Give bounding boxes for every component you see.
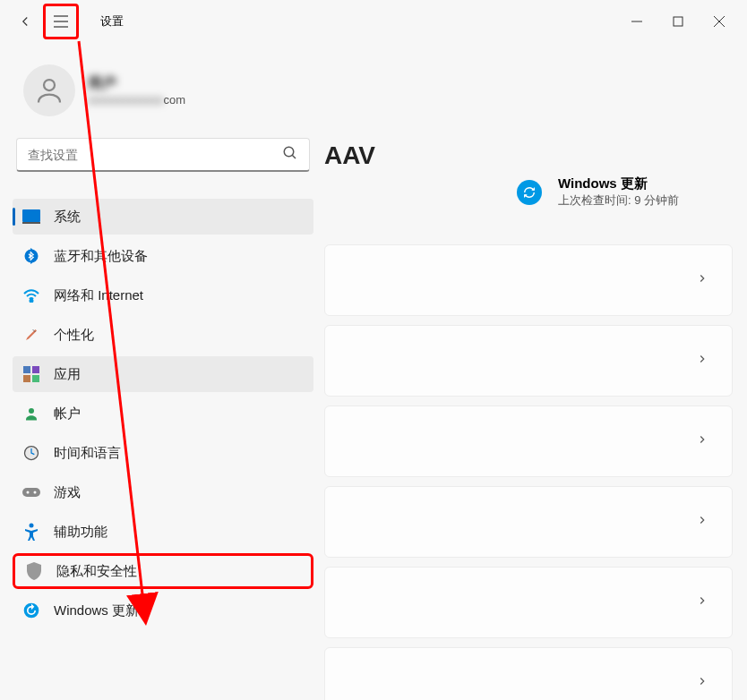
sync-icon <box>517 180 542 205</box>
svg-point-22 <box>34 491 37 494</box>
nav-label: 系统 <box>54 209 81 226</box>
settings-card[interactable] <box>324 486 733 558</box>
chevron-right-icon <box>696 353 708 369</box>
svg-rect-4 <box>674 17 683 26</box>
chevron-right-icon <box>696 594 708 610</box>
update-title: Windows 更新 <box>558 175 679 192</box>
sidebar-item-windows-update[interactable]: Windows 更新 <box>13 593 313 628</box>
sidebar-item-personalization[interactable]: 个性化 <box>13 317 313 353</box>
svg-rect-14 <box>23 366 30 373</box>
gamepad-icon <box>21 482 41 502</box>
svg-rect-16 <box>23 375 30 382</box>
chevron-right-icon <box>696 514 708 530</box>
update-icon <box>21 601 41 620</box>
svg-point-8 <box>284 147 294 157</box>
svg-point-13 <box>30 300 33 303</box>
settings-card[interactable] <box>324 647 733 700</box>
sidebar: 用户 xxxxxxxxxxxxxcom 系统 蓝牙和其他设备 网络和 Inter… <box>0 43 321 700</box>
user-email: xxxxxxxxxxxxxcom <box>88 93 185 107</box>
nav-label: 应用 <box>54 366 81 383</box>
minimize-button[interactable] <box>616 4 657 39</box>
wifi-icon <box>21 286 41 305</box>
nav-label: 隐私和安全性 <box>56 563 137 580</box>
windows-update-summary[interactable]: Windows 更新 上次检查时间: 9 分钟前 <box>324 175 733 209</box>
svg-point-18 <box>29 408 34 414</box>
sidebar-item-accounts[interactable]: 帐户 <box>13 396 313 431</box>
svg-point-7 <box>44 80 55 90</box>
chevron-right-icon <box>696 675 708 691</box>
sidebar-item-gaming[interactable]: 游戏 <box>13 474 313 510</box>
svg-rect-10 <box>22 209 40 222</box>
brush-icon <box>21 325 41 345</box>
close-button[interactable] <box>699 4 740 39</box>
sidebar-item-apps[interactable]: 应用 <box>13 356 313 392</box>
settings-card[interactable] <box>324 244 733 316</box>
chevron-right-icon <box>696 433 708 449</box>
shield-icon <box>24 561 44 581</box>
system-icon <box>21 207 41 226</box>
svg-point-21 <box>27 491 30 494</box>
page-title: AAV <box>324 141 733 170</box>
chevron-right-icon <box>696 272 708 288</box>
sidebar-item-privacy[interactable]: 隐私和安全性 <box>13 553 313 589</box>
sidebar-item-bluetooth[interactable]: 蓝牙和其他设备 <box>13 238 313 274</box>
nav-label: 游戏 <box>54 484 81 501</box>
svg-point-23 <box>30 524 34 528</box>
svg-rect-17 <box>32 375 39 382</box>
back-button[interactable] <box>7 4 43 39</box>
content-area: AAV Windows 更新 上次检查时间: 9 分钟前 <box>321 43 747 700</box>
apps-icon <box>21 364 41 384</box>
sidebar-item-network[interactable]: 网络和 Internet <box>13 277 313 313</box>
person-icon <box>21 404 41 423</box>
nav-label: 帐户 <box>54 405 81 423</box>
nav-label: 时间和语言 <box>54 445 121 462</box>
sidebar-item-time-language[interactable]: 时间和语言 <box>13 435 313 471</box>
nav-label: 网络和 Internet <box>54 287 143 304</box>
svg-rect-11 <box>22 222 40 224</box>
svg-rect-15 <box>32 366 39 373</box>
svg-line-9 <box>292 155 296 158</box>
bluetooth-icon <box>21 246 41 266</box>
clock-globe-icon <box>21 443 41 463</box>
nav-label: 辅助功能 <box>54 524 107 541</box>
nav-label: 蓝牙和其他设备 <box>54 248 148 265</box>
hamburger-button[interactable] <box>43 4 79 39</box>
avatar <box>23 64 75 116</box>
settings-card[interactable] <box>324 405 733 477</box>
update-subtitle: 上次检查时间: 9 分钟前 <box>558 192 679 209</box>
nav-label: Windows 更新 <box>54 602 139 619</box>
app-title: 设置 <box>100 13 124 30</box>
sidebar-item-system[interactable]: 系统 <box>13 199 313 235</box>
search-icon <box>282 145 298 165</box>
user-account-section[interactable]: 用户 xxxxxxxxxxxxxcom <box>13 57 313 138</box>
user-name: 用户 <box>88 74 185 93</box>
search-input[interactable] <box>28 148 282 162</box>
accessibility-icon <box>21 522 41 542</box>
settings-card[interactable] <box>324 325 733 397</box>
svg-rect-20 <box>22 488 40 497</box>
settings-card[interactable] <box>324 567 733 638</box>
sidebar-item-accessibility[interactable]: 辅助功能 <box>13 514 313 550</box>
nav-label: 个性化 <box>54 327 94 344</box>
maximize-button[interactable] <box>657 4 699 39</box>
search-box[interactable] <box>16 138 310 172</box>
